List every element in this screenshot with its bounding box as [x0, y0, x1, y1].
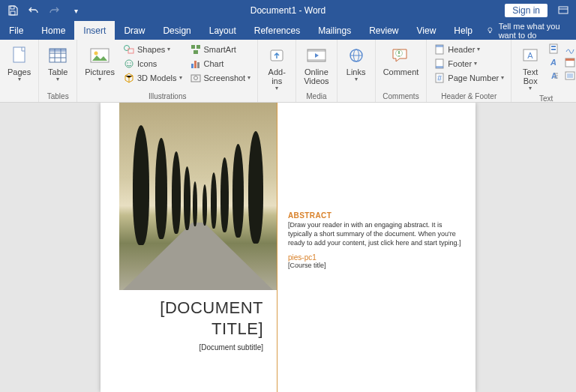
shapes-icon: [123, 43, 135, 55]
svg-point-13: [130, 62, 131, 64]
svg-rect-14: [191, 45, 195, 49]
drop-cap-icon[interactable]: A: [548, 70, 560, 82]
group-links: Links ▾: [338, 40, 376, 102]
page[interactable]: [DOCUMENT TITLE] [Document subtitle] ABS…: [100, 103, 476, 392]
icons-icon: [123, 58, 135, 70]
date-time-icon[interactable]: [564, 56, 576, 68]
tab-help[interactable]: Help: [445, 21, 482, 40]
icons-button[interactable]: Icons: [121, 57, 184, 70]
svg-point-8: [94, 52, 98, 55]
tab-references[interactable]: References: [245, 21, 309, 40]
pages-button[interactable]: Pages ▾: [4, 43, 34, 84]
svg-rect-19: [197, 62, 200, 68]
quick-parts-icon[interactable]: [548, 43, 560, 55]
qat-customize-icon[interactable]: ▾: [68, 2, 84, 19]
menubar: File Home Insert Draw Design Layout Refe…: [0, 21, 576, 40]
course-title-placeholder[interactable]: [Course title]: [288, 262, 464, 269]
header-icon: [434, 43, 446, 55]
video-icon: [305, 44, 328, 67]
addins-button[interactable]: Add- ins ▾: [262, 43, 291, 93]
document-canvas[interactable]: [DOCUMENT TITLE] [Document subtitle] ABS…: [0, 103, 576, 392]
author-name[interactable]: pies-pc1: [288, 253, 464, 262]
tab-insert[interactable]: Insert: [74, 21, 115, 40]
tab-design[interactable]: Design: [154, 21, 200, 40]
tell-me-search[interactable]: Tell me what you want to do: [486, 21, 576, 40]
group-tables: Table ▾ Tables: [39, 40, 77, 102]
group-header-footer: Header▾ Footer▾ #Page Number▾ Header & F…: [427, 40, 512, 102]
cube-icon: [123, 72, 135, 84]
svg-rect-2: [559, 7, 568, 13]
footer-button[interactable]: Footer▾: [431, 57, 506, 70]
wordart-icon[interactable]: A: [548, 56, 560, 68]
group-comments: Comment Comments: [376, 40, 428, 102]
tab-layout[interactable]: Layout: [200, 21, 245, 40]
text-box-button[interactable]: A Text Box ▾: [516, 43, 544, 93]
chart-button[interactable]: Chart: [188, 57, 254, 70]
svg-rect-1: [10, 11, 15, 15]
smartart-button[interactable]: SmartArt: [188, 43, 254, 56]
comment-button[interactable]: Comment: [380, 43, 422, 78]
svg-rect-4: [14, 47, 25, 62]
undo-icon[interactable]: [26, 2, 42, 19]
screenshot-icon: [190, 72, 202, 84]
table-button[interactable]: Table ▾: [44, 43, 72, 84]
ribbon: Pages ▾ Table ▾ Tables Pictures ▾ Shapes…: [0, 40, 576, 103]
screenshot-button[interactable]: Screenshot▾: [188, 71, 254, 85]
ribbon-display-icon[interactable]: [555, 2, 572, 19]
tab-file[interactable]: File: [0, 21, 32, 40]
svg-text:A: A: [550, 58, 556, 67]
group-addins: Add- ins ▾: [258, 40, 296, 102]
abstract-heading[interactable]: ABSTRACT: [288, 211, 464, 220]
svg-rect-30: [436, 45, 443, 47]
svg-rect-17: [191, 64, 194, 68]
tab-review[interactable]: Review: [360, 21, 407, 40]
chevron-down-icon: ▾: [18, 76, 21, 82]
svg-point-21: [194, 76, 197, 80]
pictures-button[interactable]: Pictures ▾: [82, 43, 118, 84]
save-icon[interactable]: [4, 2, 21, 19]
signature-icon[interactable]: [564, 43, 576, 55]
redo-icon[interactable]: [46, 2, 63, 19]
svg-rect-15: [196, 45, 200, 49]
tab-mailings[interactable]: Mailings: [309, 21, 360, 40]
tab-view[interactable]: View: [408, 21, 446, 40]
document-subtitle-placeholder[interactable]: [Document subtitle]: [100, 339, 277, 352]
page-number-button[interactable]: #Page Number▾: [431, 71, 506, 85]
chart-icon: [190, 58, 202, 70]
chevron-down-icon: ▾: [529, 85, 532, 91]
group-media: Online Videos Media: [296, 40, 337, 102]
link-icon: [345, 44, 368, 67]
shapes-button[interactable]: Shapes▾: [121, 43, 184, 56]
tab-draw[interactable]: Draw: [115, 21, 154, 40]
online-videos-button[interactable]: Online Videos: [301, 43, 332, 87]
smartart-icon: [190, 43, 202, 55]
chevron-down-icon: ▾: [56, 76, 59, 82]
page-icon: [8, 44, 31, 67]
chevron-down-icon: ▾: [98, 76, 101, 82]
svg-point-3: [488, 27, 492, 31]
abstract-text[interactable]: [Draw your reader in with an engaging ab…: [288, 220, 464, 247]
document-title: Document1 - Word: [250, 5, 326, 16]
svg-rect-18: [194, 61, 196, 68]
footer-icon: [434, 58, 446, 70]
svg-rect-6: [50, 49, 66, 52]
header-button[interactable]: Header▾: [431, 43, 506, 56]
titlebar: ▾ Document1 - Word Sign in: [0, 0, 576, 21]
text-box-icon: A: [519, 44, 542, 67]
table-icon: [46, 44, 69, 67]
addins-icon: [266, 44, 288, 67]
svg-rect-24: [308, 49, 326, 52]
chevron-down-icon: ▾: [355, 76, 358, 82]
lightbulb-icon: [486, 25, 494, 36]
tab-home[interactable]: Home: [32, 21, 74, 40]
svg-rect-25: [308, 59, 326, 61]
3d-models-button[interactable]: 3D Models ▾: [121, 71, 184, 85]
links-button[interactable]: Links ▾: [342, 43, 370, 84]
object-icon[interactable]: [564, 70, 576, 82]
cover-image[interactable]: [119, 103, 277, 290]
document-title-placeholder[interactable]: [DOCUMENT TITLE]: [100, 298, 277, 339]
svg-rect-42: [566, 58, 574, 61]
signin-button[interactable]: Sign in: [505, 4, 548, 17]
svg-point-12: [127, 62, 128, 64]
svg-rect-0: [10, 6, 14, 9]
